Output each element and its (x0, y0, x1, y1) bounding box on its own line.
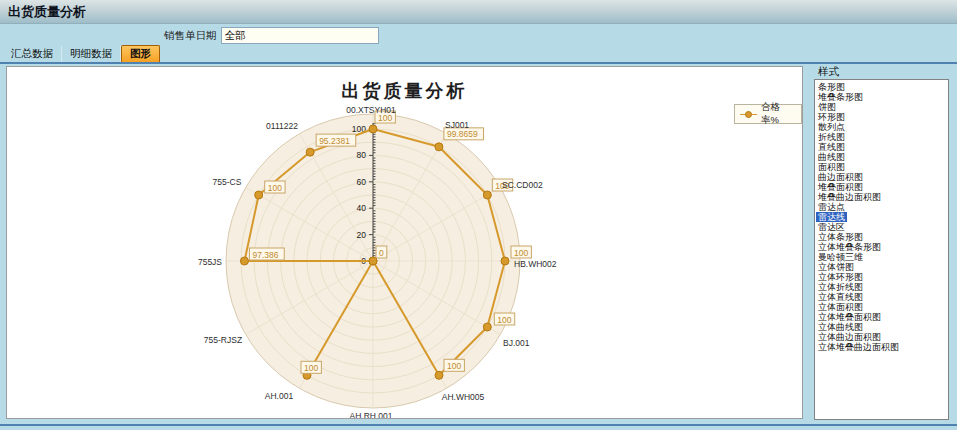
chart-panel: 02040608010010099.8659100100100100010097… (6, 66, 803, 419)
category-label: SC.CD002 (502, 180, 543, 190)
category-label: 0111222 (266, 121, 298, 131)
chart-style-listbox[interactable]: 条形图堆叠条形图饼图环形图散列点折线图直线图曲线图面积图曲边面积图堆叠面积图堆叠… (814, 79, 949, 420)
style-option[interactable]: 曼哈顿三维 (816, 252, 865, 262)
window-title-bar: 出货质量分析 (0, 0, 957, 24)
style-option[interactable]: 散列点 (816, 122, 847, 132)
legend-line-dot-icon (740, 114, 757, 115)
chart-legend: 合格率% (734, 104, 802, 124)
category-label: 00.XTSYH01 (346, 105, 396, 115)
svg-text:100: 100 (514, 248, 528, 258)
svg-text:80: 80 (357, 150, 367, 160)
tab-summary-data[interactable]: 汇总数据 (3, 46, 62, 62)
style-option[interactable]: 立体堆叠曲边面积图 (816, 342, 901, 352)
style-option[interactable]: 立体堆叠面积图 (816, 312, 883, 322)
style-option[interactable]: 立体堆叠条形图 (816, 242, 883, 252)
style-option[interactable]: 曲线图 (816, 152, 847, 162)
style-option[interactable]: 立体曲边面积图 (816, 332, 883, 342)
style-option[interactable]: 环形图 (816, 112, 847, 122)
category-label: HB.WH002 (514, 259, 557, 269)
style-option[interactable]: 曲边面积图 (816, 172, 865, 182)
style-option[interactable]: 雷达线 (816, 212, 847, 222)
category-label: AH.WH005 (442, 392, 485, 402)
style-option[interactable]: 直线图 (816, 142, 847, 152)
style-option[interactable]: 堆叠面积图 (816, 182, 865, 192)
legend-label: 合格率% (761, 101, 796, 127)
style-option[interactable]: 堆叠曲边面积图 (816, 192, 883, 202)
svg-text:95.2381: 95.2381 (319, 136, 350, 146)
style-option[interactable]: 雷达点 (816, 202, 847, 212)
bottom-separator (0, 424, 957, 426)
style-option[interactable]: 立体面积图 (816, 302, 865, 312)
style-option[interactable]: 雷达区 (816, 222, 847, 232)
filter-row: 销售单日期 (0, 24, 957, 47)
category-label: 755-RJSZ (204, 335, 242, 345)
category-label: AH.001 (265, 391, 294, 401)
radar-chart: 02040608010010099.8659100100100100010097… (7, 67, 802, 422)
svg-text:40: 40 (357, 203, 367, 213)
svg-text:60: 60 (357, 177, 367, 187)
category-label: BJ.001 (503, 338, 530, 348)
svg-text:20: 20 (357, 230, 367, 240)
svg-text:100: 100 (447, 361, 461, 371)
page-title: 出货质量分析 (8, 3, 86, 21)
style-option[interactable]: 立体环形图 (816, 272, 865, 282)
style-option[interactable]: 立体饼图 (816, 262, 856, 272)
content-area: 02040608010010099.8659100100100100010097… (0, 64, 957, 424)
svg-text:0: 0 (379, 248, 384, 258)
svg-text:100: 100 (268, 183, 282, 193)
tab-detail-data[interactable]: 明细数据 (62, 46, 121, 62)
style-option[interactable]: 立体条形图 (816, 232, 865, 242)
style-option[interactable]: 条形图 (816, 82, 847, 92)
tab-bar: 汇总数据 明细数据 图形 (0, 47, 957, 64)
tab-graph[interactable]: 图形 (121, 45, 160, 62)
category-label: 755JS (198, 257, 222, 267)
style-option[interactable]: 堆叠条形图 (816, 92, 865, 102)
sales-date-input[interactable] (221, 27, 379, 44)
category-label: AH.RH.001 (350, 411, 393, 418)
style-panel: 样式 条形图堆叠条形图饼图环形图散列点折线图直线图曲线图面积图曲边面积图堆叠面积… (812, 64, 952, 78)
style-option[interactable]: 折线图 (816, 132, 847, 142)
style-panel-title: 样式 (818, 64, 952, 78)
style-option[interactable]: 立体折线图 (816, 282, 865, 292)
style-option[interactable]: 面积图 (816, 162, 847, 172)
chart-title: 出货质量分析 (7, 79, 802, 103)
category-label: SJ001 (445, 120, 469, 130)
sales-date-label: 销售单日期 (164, 29, 217, 43)
svg-text:99.8659: 99.8659 (447, 129, 478, 139)
style-option[interactable]: 立体直线图 (816, 292, 865, 302)
svg-text:100: 100 (497, 315, 511, 325)
radar-plot: 02040608010010099.8659100100100100010097… (7, 67, 802, 418)
svg-text:100: 100 (304, 363, 318, 373)
svg-text:97.386: 97.386 (252, 250, 278, 260)
style-option[interactable]: 饼图 (816, 102, 838, 112)
category-label: 755-CS (213, 177, 242, 187)
style-option[interactable]: 立体曲线图 (816, 322, 865, 332)
